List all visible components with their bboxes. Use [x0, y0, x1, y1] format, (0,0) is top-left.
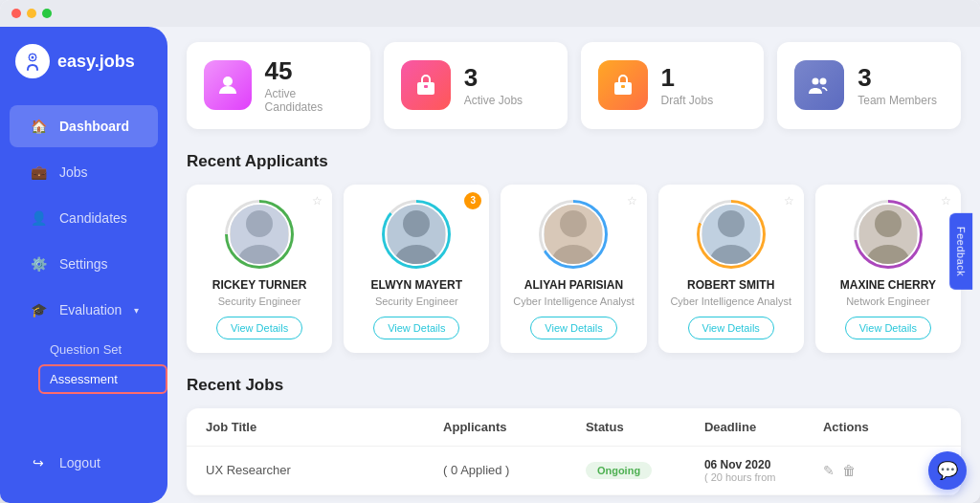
- applicant-card-4: ☆ Maxine Cherry Network Engineer View De…: [815, 185, 961, 353]
- stat-label-team-members: Team Members: [858, 94, 937, 107]
- chat-fab[interactable]: 💬: [928, 451, 967, 490]
- active-jobs-icon: [401, 60, 451, 110]
- stat-card-active-jobs: 3 Active Jobs: [384, 42, 568, 129]
- applicant-name-2: Aliyah Parisian: [524, 278, 623, 292]
- applicant-card-1: 3 Elwyn Mayert Security Engineer View De…: [344, 185, 489, 353]
- svg-point-9: [820, 78, 827, 85]
- cell-applicants: ( 0 Applied ): [443, 463, 586, 477]
- applicant-name-0: RICKEY TURNER: [212, 278, 306, 292]
- svg-point-2: [32, 56, 34, 59]
- sidebar-bottom: ↪ Logout: [0, 430, 167, 503]
- svg-rect-4: [417, 82, 434, 95]
- deadline-date: 06 Nov 2020: [704, 458, 823, 471]
- logo-text: easy.jobs: [57, 52, 135, 72]
- applicant-card-3: ☆ ROBERT SMITH Cyber Intelligence Analys…: [658, 185, 804, 353]
- nav-sub-evaluation: Question Set Assessment: [0, 335, 167, 394]
- applicant-role-4: Network Engineer: [846, 295, 929, 307]
- svg-point-20: [718, 210, 745, 237]
- sidebar-item-label: Jobs: [59, 164, 88, 180]
- view-details-button-0[interactable]: View Details: [216, 317, 302, 339]
- sidebar-item-settings[interactable]: ⚙️ Settings: [10, 243, 158, 285]
- avatar-4: [857, 203, 920, 266]
- svg-rect-6: [614, 82, 632, 95]
- sidebar-item-question-set[interactable]: Question Set: [38, 335, 167, 364]
- svg-point-11: [246, 210, 273, 237]
- close-dot[interactable]: [11, 9, 21, 18]
- minimize-dot[interactable]: [27, 9, 36, 18]
- col-status: Status: [586, 420, 704, 434]
- star-icon-3: ☆: [784, 194, 794, 208]
- sidebar-item-assessment[interactable]: Assessment: [38, 364, 167, 394]
- svg-point-14: [403, 210, 430, 237]
- chevron-down-icon: ▾: [134, 305, 139, 316]
- applicant-role-2: Cyber Intelligence Analyst: [513, 295, 635, 307]
- avatar-1: [385, 203, 448, 266]
- expand-dot[interactable]: [42, 9, 52, 18]
- avatar-wrap-0: [225, 200, 294, 269]
- stat-info-active-jobs: 3 Active Jobs: [464, 64, 523, 107]
- stats-row: 45 Active Candidates 3 Active J: [187, 42, 961, 129]
- sidebar-nav: 🏠 Dashboard 💼 Jobs 👤 Candidates ⚙️ Setti…: [0, 96, 167, 430]
- main-content: 45 Active Candidates 3 Active J: [167, 27, 980, 503]
- jobs-icon: 💼: [29, 163, 48, 182]
- star-icon-4: ☆: [941, 194, 951, 208]
- stat-label-active-jobs: Active Jobs: [464, 94, 523, 107]
- avatar-3: [700, 203, 763, 266]
- col-deadline: Deadline: [704, 420, 823, 434]
- applicant-role-0: Security Engineer: [218, 295, 301, 307]
- stat-info-draft-jobs: 1 Draft Jobs: [661, 64, 714, 107]
- window-bar: [0, 0, 980, 27]
- recent-jobs-title: Recent Jobs: [187, 376, 961, 395]
- delete-icon[interactable]: 🗑: [842, 463, 856, 478]
- team-members-icon: [794, 60, 844, 110]
- sidebar-item-evaluation[interactable]: 🎓 Evaluation ▾: [10, 289, 158, 331]
- view-details-button-3[interactable]: View Details: [688, 317, 774, 339]
- svg-point-23: [875, 210, 902, 237]
- applicant-card-2: ☆ Aliyah Parisian Cyber Intelligence Ana…: [501, 185, 646, 353]
- stat-label-active-candidates: Active Candidates: [265, 87, 353, 114]
- logo: easy.jobs: [0, 27, 167, 96]
- view-details-button-2[interactable]: View Details: [530, 317, 616, 339]
- sidebar-item-label: Dashboard: [59, 119, 129, 134]
- applicant-name-3: ROBERT SMITH: [687, 278, 774, 292]
- view-details-button-4[interactable]: View Details: [845, 317, 931, 339]
- stat-card-active-candidates: 45 Active Candidates: [187, 42, 370, 129]
- applicant-role-3: Cyber Intelligence Analyst: [670, 295, 791, 307]
- cell-actions: ✎ 🗑: [823, 463, 942, 478]
- recent-applicants-title: Recent Applicants: [187, 152, 961, 171]
- active-candidates-icon: [204, 60, 252, 110]
- applicants-row: ☆ RICKEY TURNER Security Engineer View D…: [187, 185, 961, 353]
- app-wrapper: easy.jobs 🏠 Dashboard 💼 Jobs 👤 Candidate…: [0, 0, 980, 503]
- avatar-wrap-4: [854, 200, 923, 269]
- avatar-2: [542, 203, 605, 266]
- sidebar-item-label: Candidates: [59, 210, 127, 226]
- cell-status: Ongoing: [586, 462, 704, 479]
- stat-info-team-members: 3 Team Members: [858, 64, 937, 107]
- stat-label-draft-jobs: Draft Jobs: [661, 94, 714, 107]
- col-applicants: Applicants: [443, 420, 586, 434]
- logout-label: Logout: [59, 455, 100, 470]
- svg-point-17: [560, 210, 587, 237]
- svg-rect-7: [621, 85, 625, 88]
- applicant-role-1: Security Engineer: [375, 295, 458, 307]
- avatar-wrap-3: [697, 200, 766, 269]
- stat-info-active-candidates: 45 Active Candidates: [265, 57, 353, 114]
- table-header: Job Title Applicants Status Deadline Act…: [187, 408, 961, 447]
- edit-icon[interactable]: ✎: [823, 463, 835, 478]
- feedback-tab[interactable]: Feedback: [949, 213, 972, 290]
- settings-icon: ⚙️: [29, 254, 48, 273]
- table-row: UX Researcher ( 0 Applied ) Ongoing 06 N…: [187, 447, 961, 495]
- sidebar-item-jobs[interactable]: 💼 Jobs: [10, 151, 158, 193]
- stat-number-draft-jobs: 1: [661, 64, 714, 92]
- svg-point-8: [813, 78, 819, 85]
- avatar-wrap-2: [539, 200, 608, 269]
- logout-button[interactable]: ↪ Logout: [10, 442, 158, 484]
- sidebar-item-candidates[interactable]: 👤 Candidates: [10, 197, 158, 239]
- sidebar-item-dashboard[interactable]: 🏠 Dashboard: [10, 105, 158, 147]
- jobs-table: Job Title Applicants Status Deadline Act…: [187, 408, 961, 495]
- stat-number-team-members: 3: [858, 64, 937, 92]
- view-details-button-1[interactable]: View Details: [373, 317, 459, 339]
- svg-point-3: [223, 77, 233, 86]
- applicant-name-4: Maxine Cherry: [840, 278, 936, 292]
- applicant-name-1: Elwyn Mayert: [371, 278, 463, 292]
